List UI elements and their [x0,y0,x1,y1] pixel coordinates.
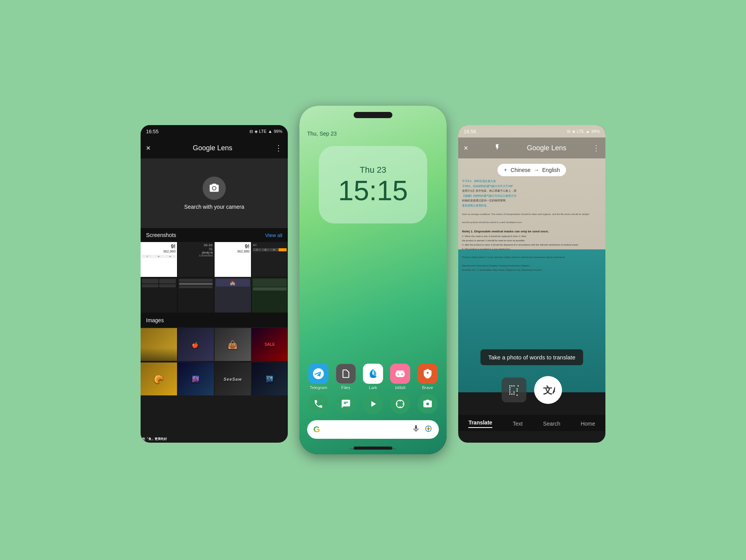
play-svg [368,399,378,409]
scan-button[interactable] [502,378,526,402]
dock-play-icon [363,394,383,414]
right-more-button[interactable]: ⋮ [592,143,600,153]
camera-label: Search with your camera [184,204,244,210]
right-close-button[interactable]: × [464,144,468,153]
more-button[interactable]: ⋮ [275,143,282,153]
images-header: Images [141,313,288,327]
screenshot-thumb-1[interactable]: 9! 362,880 √ π e [141,242,177,277]
image-thumb-bread[interactable]: 🥐 [141,362,177,395]
images-grid-2: 🥐 🌆 SeeSaw 🌃 [141,362,288,396]
image-thumb-bag[interactable]: 👜 [215,328,251,361]
tab-home[interactable]: Home [581,421,595,427]
thumb-content-7: 🏰 [215,278,251,313]
network-label: LTE [259,129,266,134]
view-all-button[interactable]: View all [265,232,282,238]
bilibili-svg [394,368,406,380]
city-img: 🌆 [178,362,214,395]
brave-svg [422,368,433,380]
chip-star: ✦ [504,167,507,173]
translate-action-button[interactable]: 文A [534,376,562,404]
app-lark[interactable]: Lark [362,364,384,390]
close-button[interactable]: × [146,144,151,153]
neon-img: SALE [252,328,288,361]
screenshots-header: Screenshots View all [141,228,288,242]
bilibili-icon [390,364,410,384]
messages-svg [341,399,351,409]
image-thumb-night[interactable]: 🌃 [252,362,288,395]
svg-text:🍎: 🍎 [192,342,199,349]
phone-svg [313,399,323,409]
screenshots-grid: 9! 362,880 √ π e 96-65 31 (5×6 [141,242,288,278]
image-thumb-food[interactable]: 吃「鱼」更美吃好 [141,328,177,361]
dock-messages[interactable] [334,394,357,414]
doc-line-14: Manufacturer Information| Qingdao Yanlia… [462,264,602,268]
mic-icon [412,424,420,433]
translate-language-chip[interactable]: ✦ Chinese → English [497,164,566,176]
doc-line-7: Such as storage conditions: The means of… [462,213,602,216]
battery-label-r: 99% [591,129,600,134]
left-time: 16:55 [146,129,159,134]
tab-text[interactable]: Text [513,421,523,427]
seesaw-img: SeeSaw [215,362,251,395]
dock-pinwheel[interactable] [389,394,411,414]
apple-logo: 🍎 [190,341,201,349]
lark-label: Lark [369,385,377,390]
dock-phone[interactable] [307,394,330,414]
tab-translate[interactable]: Translate [468,419,492,428]
camera-icon-wrap [203,177,226,200]
image-thumb-seesaw[interactable]: SeeSaw [215,362,251,395]
bilibili-label: bilibili [395,385,406,390]
screenshot-thumb-8[interactable] [252,278,288,313]
telegram-svg [313,368,324,379]
location-icon-r: ◈ [572,129,575,134]
search-bar[interactable]: G [307,420,439,439]
target-language: English [542,167,560,173]
doc-line-13: Product validity period: 2 years (produc… [462,256,602,259]
lark-svg [367,368,379,380]
night-img: 🌃 [252,362,288,395]
right-flash-button[interactable] [494,144,501,153]
dock-camera[interactable] [416,394,439,414]
dock-messages-icon [336,394,356,414]
lens-search-button[interactable] [424,424,433,435]
center-phone-screen: Thu, Sep 23 Thu 23 15:15 Te [299,106,447,454]
app-files[interactable]: Files [334,364,357,390]
sim-icon-r: ⊟ [567,129,571,134]
left-header: × Google Lens ⋮ [141,137,288,158]
camera-section[interactable]: Search with your camera [141,158,288,228]
image-thumb-laptop[interactable]: 🍎 [178,328,214,361]
doc-line-6: 童患者禁止使用的包 [462,204,602,208]
screenshot-thumb-4[interactable]: AC 7 8 9 ÷ [252,242,288,277]
app-brave[interactable]: Brave [416,364,439,390]
brave-label: Brave [422,385,433,390]
scan-icon [508,384,520,396]
screenshot-thumb-2[interactable]: 96-65 31 (5×6)÷9 3.333333333 [178,242,214,277]
network-label-r: LTE [577,129,584,134]
thumb-content-8 [252,278,288,313]
right-bottom-tabs: Translate Text Search Home [458,415,605,431]
lark-icon [363,364,383,384]
right-status-bar: 16:56 ⊟ ◈ LTE ▲ 99% [458,125,605,137]
image-thumb-city[interactable]: 🌆 [178,362,214,395]
center-phone: Thu, Sep 23 Thu 23 15:15 Te [299,106,447,454]
mic-button[interactable] [412,424,420,435]
images-grid: 吃「鱼」更美吃好 🍎 👜 SALE [141,327,288,362]
app-bilibili[interactable]: bilibili [389,364,411,390]
center-status: Thu, Sep 23 [299,129,447,138]
clock-day: Thu 23 [360,165,387,175]
left-phone: 16:55 ⊟ ◈ LTE ▲ 99% × Google Lens ⋮ Sear… [141,125,288,443]
app-telegram[interactable]: Telegram [307,364,330,390]
screenshot-thumb-3[interactable]: 9! 362,880 [215,242,251,277]
svg-text:文A: 文A [543,385,555,395]
doc-line-11: 4. after the product is used, it should … [462,243,602,247]
document-text: 不于8.0。材料应满足最大使 子95%。供供材料的通气能力为不大于49P 使用方… [462,179,602,273]
screenshot-thumb-7[interactable]: 🏰 [215,278,251,313]
tab-search[interactable]: Search [543,421,560,427]
screenshot-thumb-5[interactable] [141,278,177,313]
dock-play[interactable] [362,394,384,414]
doc-line-1: 不于8.0。材料应满足最大使 [462,179,602,184]
files-svg [341,369,351,379]
doc-line-8: and the product should be stored in a we… [462,221,602,224]
image-thumb-neon[interactable]: SALE [252,328,288,361]
screenshot-thumb-6[interactable] [178,278,214,313]
